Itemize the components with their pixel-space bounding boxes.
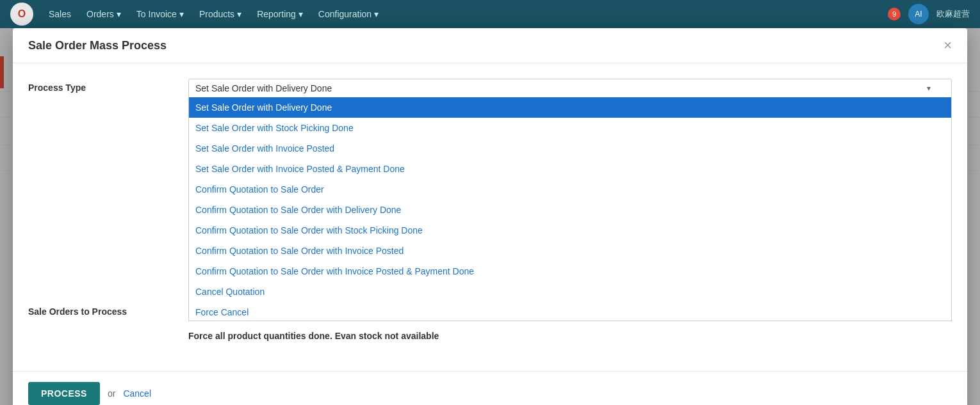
notification-badge[interactable]: 9 — [888, 8, 901, 20]
sale-orders-label: Sale Orders to Process — [28, 303, 188, 317]
nav-configuration[interactable]: Configuration ▾ — [318, 9, 379, 19]
dropdown-item-4[interactable]: Confirm Quotation to Sale Order — [189, 179, 951, 200]
dropdown-item-9[interactable]: Cancel Quotation — [189, 282, 951, 302]
chevron-down-icon: ▾ — [374, 9, 379, 19]
force-help-text: Force all product quantities done. Evan … — [188, 330, 952, 343]
modal-dialog: Sale Order Mass Process × Process Type S… — [13, 28, 967, 405]
dropdown-item-6[interactable]: Confirm Quotation to Sale Order with Sto… — [189, 220, 951, 241]
dropdown-item-1[interactable]: Set Sale Order with Stock Picking Done — [189, 118, 951, 138]
cancel-button[interactable]: Cancel — [123, 388, 151, 399]
dropdown-item-7[interactable]: Confirm Quotation to Sale Order with Inv… — [189, 241, 951, 261]
dropdown-item-0[interactable]: Set Sale Order with Delivery Done — [189, 97, 951, 118]
dropdown-item-5[interactable]: Confirm Quotation to Sale Order with Del… — [189, 200, 951, 220]
nav-reporting[interactable]: Reporting ▾ — [257, 9, 303, 19]
nav-orders[interactable]: Orders ▾ — [86, 9, 121, 19]
modal-body: Process Type Set Sale Order with Deliver… — [13, 63, 967, 371]
brand-icon: O — [18, 8, 26, 20]
process-type-dropdown: Set Sale Order with Delivery Done Set Sa… — [188, 97, 952, 321]
dropdown-item-2[interactable]: Set Sale Order with Invoice Posted — [189, 138, 951, 159]
modal-title: Sale Order Mass Process — [28, 39, 167, 52]
process-type-label: Process Type — [28, 79, 188, 93]
or-text: or — [108, 388, 115, 399]
chevron-down-icon: ▾ — [927, 84, 931, 93]
process-type-select[interactable]: Set Sale Order with Delivery Done ▾ — [188, 79, 952, 98]
chevron-down-icon: ▾ — [237, 9, 241, 19]
modal-close-button[interactable]: × — [943, 38, 952, 52]
nav-sales[interactable]: Sales — [49, 9, 71, 19]
modal-footer: PROCESS or Cancel — [13, 371, 967, 405]
select-value: Set Sale Order with Delivery Done — [195, 83, 332, 93]
nav-to-invoice[interactable]: To Invoice ▾ — [136, 9, 184, 19]
process-type-row: Process Type Set Sale Order with Deliver… — [28, 79, 952, 98]
force-text-row: Force all product quantities done. Evan … — [28, 330, 952, 343]
chevron-down-icon: ▾ — [179, 9, 184, 19]
brand-logo[interactable]: O — [10, 3, 33, 26]
process-type-field: Set Sale Order with Delivery Done ▾ Set … — [188, 79, 952, 98]
modal-header: Sale Order Mass Process × — [13, 28, 967, 63]
dropdown-item-10[interactable]: Force Cancel — [189, 302, 951, 321]
navbar-right: 9 AI 欧麻超营 — [888, 4, 970, 24]
dropdown-item-8[interactable]: Confirm Quotation to Sale Order with Inv… — [189, 261, 951, 282]
user-avatar[interactable]: AI — [908, 4, 929, 24]
chevron-down-icon: ▾ — [117, 9, 121, 19]
navbar: O Sales Orders ▾ To Invoice ▾ Products ▾… — [0, 0, 980, 28]
nav-products[interactable]: Products ▾ — [199, 9, 241, 19]
dropdown-item-3[interactable]: Set Sale Order with Invoice Posted & Pay… — [189, 159, 951, 179]
process-button[interactable]: PROCESS — [28, 382, 100, 405]
chevron-down-icon: ▾ — [298, 9, 303, 19]
user-name[interactable]: 欧麻超营 — [936, 8, 970, 20]
